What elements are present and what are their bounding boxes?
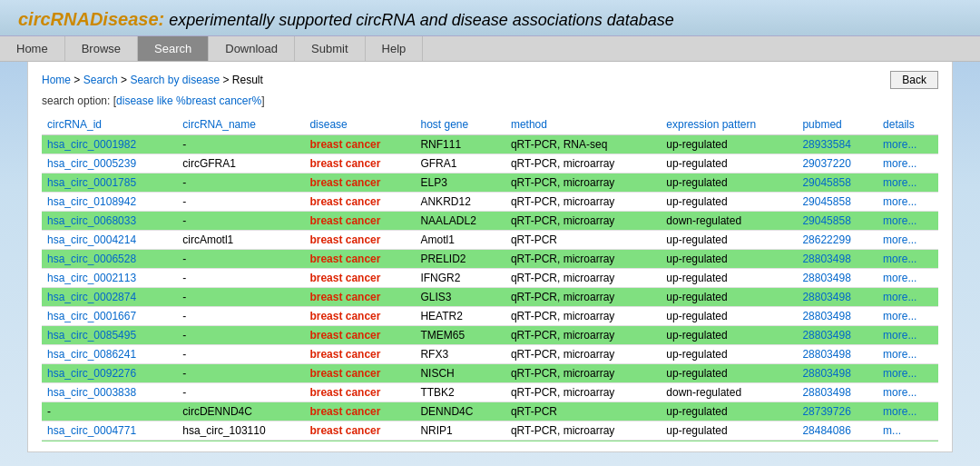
nav-search[interactable]: Search	[138, 36, 209, 61]
pubmed-link[interactable]: 28803498	[802, 310, 850, 322]
pubmed-link[interactable]: 28484086	[802, 424, 850, 437]
circrna-id-link[interactable]: hsa_circ_0001667	[47, 310, 136, 322]
details-link[interactable]: more...	[883, 348, 916, 361]
cell-host-gene: TTBK2	[415, 383, 505, 402]
cell-host-gene: ANKRD12	[415, 193, 505, 212]
pubmed-link[interactable]: 28803498	[802, 253, 850, 265]
pubmed-link[interactable]: 28803498	[802, 272, 850, 284]
pubmed-link[interactable]: 28739726	[802, 405, 850, 418]
cell-details: more...	[877, 212, 938, 231]
circrna-id-link[interactable]: hsa_circ_0085495	[47, 329, 136, 342]
cell-disease: breast cancer	[304, 174, 415, 193]
cell-details: more...	[877, 345, 938, 364]
circrna-id-link[interactable]: hsa_circ_0004214	[47, 233, 136, 246]
circrna-id-link[interactable]: hsa_circ_0086241	[47, 348, 136, 361]
pubmed-link[interactable]: 29037220	[802, 157, 850, 170]
details-link[interactable]: more...	[883, 310, 916, 322]
disease-label: breast cancer	[309, 272, 380, 284]
disease-label: breast cancer	[309, 176, 380, 189]
pubmed-link[interactable]: 29045858	[802, 195, 850, 208]
circrna-id-link[interactable]: hsa_circ_0005239	[47, 157, 136, 170]
details-link[interactable]: more...	[883, 233, 916, 246]
pubmed-link[interactable]: 29045858	[802, 214, 850, 227]
col-expression[interactable]: expression pattern	[661, 114, 797, 135]
cell-method: qRT-PCR, microarray	[505, 364, 661, 383]
details-link[interactable]: more...	[883, 386, 916, 399]
disease-label: breast cancer	[309, 233, 380, 246]
cell-details: more...	[877, 364, 938, 383]
nav-help[interactable]: Help	[366, 36, 424, 61]
details-link[interactable]: more...	[883, 329, 916, 342]
circrna-id-link[interactable]: hsa_circ_0002113	[47, 272, 136, 284]
pubmed-link[interactable]: 28803498	[802, 329, 850, 342]
table-row: hsa_circ_0004214circAmotl1breast cancerA…	[42, 231, 938, 250]
circrna-id-link[interactable]: hsa_circ_0108942	[47, 195, 136, 208]
details-link[interactable]: more...	[883, 176, 916, 189]
cell-expression: up-regulated	[661, 250, 797, 269]
pubmed-link[interactable]: 28803498	[802, 367, 850, 380]
cell-expression: up-regulated	[661, 154, 797, 174]
circrna-id-link[interactable]: hsa_circ_0006528	[47, 253, 136, 265]
details-link[interactable]: more...	[883, 272, 916, 284]
cell-method: qRT-PCR, microarray	[505, 441, 661, 442]
details-link[interactable]: more...	[883, 253, 916, 265]
back-button[interactable]: Back	[890, 71, 938, 89]
cell-disease: breast cancer	[304, 135, 415, 154]
cell-expression: up-regulated	[661, 421, 797, 441]
cell-pubmed: 29045858	[797, 174, 877, 193]
cell-method: qRT-PCR, RNA-seq	[505, 135, 661, 154]
circrna-id-link[interactable]: hsa_circ_0004771	[47, 424, 136, 437]
col-circrna-name[interactable]: circRNA_name	[177, 114, 304, 135]
nav-submit[interactable]: Submit	[295, 36, 365, 61]
col-pubmed[interactable]: pubmed	[797, 114, 877, 135]
details-link[interactable]: more...	[883, 291, 916, 303]
details-link[interactable]: more...	[883, 195, 916, 208]
details-link[interactable]: more...	[883, 157, 916, 170]
circrna-id-link[interactable]: hsa_circ_0002874	[47, 291, 136, 303]
details-link[interactable]: more...	[883, 405, 916, 418]
pubmed-link[interactable]: 28803498	[802, 291, 850, 303]
pubmed-link[interactable]: 29045858	[802, 176, 850, 189]
cell-circrna-id: hsa_circ_0108942	[42, 193, 177, 212]
details-link[interactable]: m...	[883, 424, 901, 437]
pubmed-link[interactable]: 28933584	[802, 138, 850, 151]
pubmed-link[interactable]: 28622299	[802, 233, 850, 246]
cell-circrna-id: hsa_circ_0001785	[42, 174, 177, 193]
cell-disease: breast cancer	[304, 383, 415, 402]
cell-circrna-name: -	[177, 174, 304, 193]
circrna-id-link[interactable]: hsa_circ_0068033	[47, 214, 136, 227]
breadcrumb-home[interactable]: Home	[42, 74, 71, 86]
cell-circrna-name: circAmotl1	[177, 231, 304, 250]
details-link[interactable]: more...	[883, 367, 916, 380]
col-circrna-id[interactable]: circRNA_id	[42, 114, 177, 135]
cell-details: more...	[877, 135, 938, 154]
cell-disease: breast cancer	[304, 345, 415, 364]
breadcrumb-result: Result	[232, 74, 263, 86]
circrna-id-link[interactable]: hsa_circ_0003838	[47, 386, 136, 399]
breadcrumb-search[interactable]: Search	[83, 74, 118, 86]
cell-method: qRT-PCR, microarray	[505, 250, 661, 269]
nav-download[interactable]: Download	[209, 36, 295, 61]
details-link[interactable]: more...	[883, 138, 916, 151]
circrna-id-link[interactable]: hsa_circ_0001785	[47, 176, 136, 189]
cell-expression: up-regulated	[661, 231, 797, 250]
col-details[interactable]: details	[877, 114, 938, 135]
table-row: hsa_circ_0001785-breast cancerELP3qRT-PC…	[42, 174, 938, 193]
nav-browse[interactable]: Browse	[65, 36, 138, 61]
nav-home[interactable]: Home	[0, 36, 65, 61]
cell-expression: up-regulated	[661, 364, 797, 383]
cell-details: more...	[877, 326, 938, 345]
cell-pubmed: 28803498	[797, 307, 877, 326]
pubmed-link[interactable]: 28803498	[802, 386, 850, 399]
breadcrumb-search-by-disease[interactable]: Search by disease	[130, 74, 220, 86]
col-host-gene[interactable]: host gene	[415, 114, 505, 135]
circrna-id-link[interactable]: hsa_circ_0092276	[47, 367, 136, 380]
col-method[interactable]: method	[505, 114, 661, 135]
pubmed-link[interactable]: 28803498	[802, 348, 850, 361]
circrna-id-link[interactable]: hsa_circ_0001982	[47, 138, 136, 151]
cell-circrna-name: -	[177, 364, 304, 383]
cell-circrna-id: hsa_circ_0068033	[42, 212, 177, 231]
details-link[interactable]: more...	[883, 214, 916, 227]
col-disease[interactable]: disease	[304, 114, 415, 135]
cell-circrna-name: -	[177, 326, 304, 345]
